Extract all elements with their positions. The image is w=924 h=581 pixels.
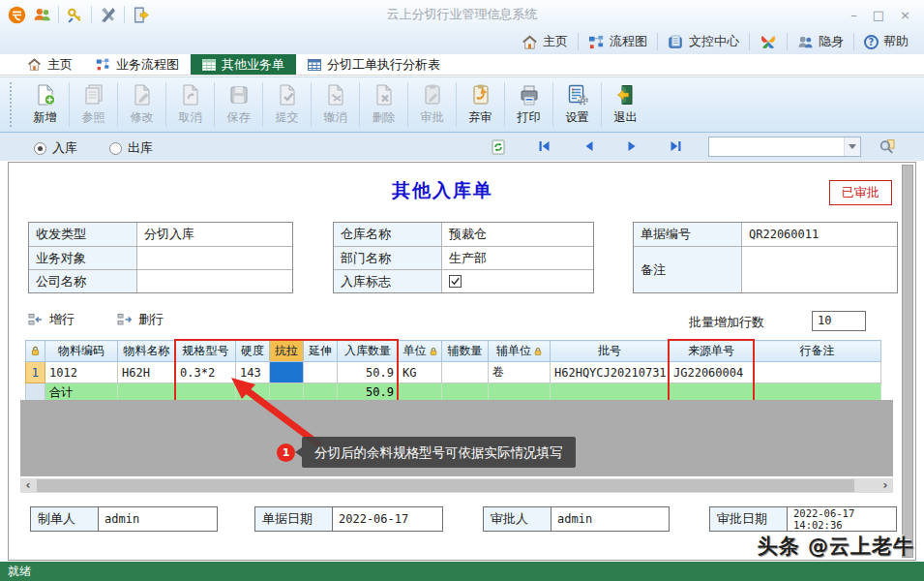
submit-button[interactable]: 提交 [263,79,311,130]
cell-material-name[interactable]: H62H [118,362,176,383]
document-tab-bar: 主页 业务流程图 其他业务单 分切工单执行分析表 [0,54,924,76]
cell-spec-model[interactable]: 0.3*2 [176,362,236,383]
row-number-cell[interactable]: 1 [26,362,45,383]
department-field[interactable]: 生产部 [442,247,593,269]
total-empty-cell [489,383,551,402]
col-unit[interactable]: 单位 [399,341,442,362]
cell-source-doc-no[interactable]: JG22060004 [670,362,754,383]
previous-record-icon[interactable] [581,139,596,153]
revoke-button[interactable]: 辙消 [312,79,359,130]
radio-outbound-control[interactable] [109,142,122,155]
new-button[interactable]: 新增 [21,79,69,130]
reference-button[interactable]: 参照 [70,79,117,130]
menu-doc-center[interactable]: 文控中心 [658,33,749,50]
batch-add-rows-input[interactable]: 10 [812,311,866,331]
cancel-button[interactable]: 取消 [166,79,214,130]
tab-business-flowchart[interactable]: 业务流程图 [84,54,191,75]
refresh-icon[interactable] [491,139,506,155]
toolbar-drag-handle[interactable] [10,82,14,127]
top-menu-bar: 主页 流程图 文控中心 隐身 [0,29,924,54]
col-aux-qty[interactable]: 辅数量 [442,341,489,362]
logout-icon[interactable] [132,6,150,24]
close-button[interactable]: × [900,8,910,22]
radio-inbound-control[interactable] [34,142,46,155]
col-aux-unit[interactable]: 辅单位 [489,341,551,362]
cell-aux-qty[interactable] [442,362,489,383]
exit-button[interactable]: 退出 [602,79,649,130]
tab-home[interactable]: 主页 [15,54,84,75]
col-material-name[interactable]: 物料名称 [118,341,176,362]
cell-tensile-selected[interactable] [270,362,304,383]
col-material-code[interactable]: 物料编码 [45,341,118,362]
search-icon[interactable] [879,138,895,155]
print-button[interactable]: 打印 [505,79,552,130]
combobox-value[interactable] [709,138,844,156]
cell-aux-unit[interactable]: 卷 [489,362,551,383]
approve-button[interactable]: 审批 [408,79,456,130]
approver-field[interactable]: admin [551,507,669,531]
col-elongation[interactable]: 延伸 [304,341,338,362]
save-button[interactable]: 保存 [215,79,262,130]
scroll-left-icon[interactable]: ‹ [20,478,36,493]
settings-button[interactable]: 设置 [553,79,601,130]
grid-total-row: 合计 50.9 [26,383,881,402]
cell-inbound-qty[interactable]: 50.9 [338,362,399,383]
delete-row-button[interactable]: 删行 [117,311,164,328]
vertical-scrollbar[interactable] [902,165,913,558]
users-icon[interactable] [33,6,51,24]
tab-slitting-analysis[interactable]: 分切工单执行分析表 [296,54,452,75]
record-select-combobox[interactable] [708,137,861,157]
cell-elongation[interactable] [304,362,338,383]
row-selector-header[interactable] [26,341,45,362]
menu-home[interactable]: 主页 [512,33,578,50]
doc-date-field[interactable]: 2022-06-17 [333,507,442,531]
company-name-field[interactable] [137,270,292,292]
unapprove-button[interactable]: 弃审 [457,79,504,130]
col-tensile[interactable]: 抗拉 [270,341,304,362]
warehouse-field[interactable]: 预裁仓 [442,223,593,246]
tab-other-business-doc[interactable]: 其他业务单 [191,54,296,75]
cell-batch-no[interactable]: H62HQYCJ20210731-1 [551,362,670,383]
radio-outbound[interactable]: 出库 [109,139,153,157]
key-icon[interactable] [66,6,84,24]
col-row-remark[interactable]: 行备注 [754,341,881,362]
horizontal-scrollbar[interactable]: ‹ › [20,478,893,493]
last-record-icon[interactable] [669,139,683,153]
scrollbar-thumb[interactable] [37,479,854,492]
radio-inbound[interactable]: 入库 [34,139,77,157]
menu-flowchart[interactable]: 流程图 [579,33,657,50]
batch-add-rows-label: 批量增加行数 [689,314,764,331]
inbound-flag-checkbox[interactable] [449,275,462,288]
doc-no-field[interactable]: QR22060011 [742,223,897,246]
creator-field[interactable]: admin [99,507,217,531]
receipt-type-field[interactable]: 分切入库 [137,223,292,246]
first-record-icon[interactable] [537,139,551,153]
menu-butterfly[interactable] [750,33,787,50]
col-batch-no[interactable]: 批号 [551,341,670,362]
approve-date-field[interactable]: 2022-06-17 14:02:36 [788,507,896,531]
cell-row-remark[interactable] [754,362,881,383]
scroll-right-icon[interactable]: › [878,478,893,493]
remark-field[interactable] [742,247,897,292]
col-spec-model[interactable]: 规格型号 [176,341,236,362]
tools-icon[interactable] [99,6,117,24]
col-hardness[interactable]: 硬度 [236,341,270,362]
cell-hardness[interactable]: 143 [236,362,270,383]
app-logo-icon[interactable] [8,6,26,24]
col-source-doc-no[interactable]: 来源单号 [670,341,754,362]
cell-material-code[interactable]: 1012 [45,362,118,383]
next-record-icon[interactable] [625,139,640,153]
title-bar: 云上分切行业管理信息系统 – □ × [0,0,924,29]
add-row-button[interactable]: 增行 [28,311,75,328]
combobox-dropdown-button[interactable] [844,138,860,156]
business-object-field[interactable] [137,247,292,269]
delete-button[interactable]: 删除 [360,79,407,130]
modify-button[interactable]: 修改 [118,79,165,130]
col-inbound-qty[interactable]: 入库数量 [338,341,399,362]
total-empty-cell [304,383,338,402]
cell-unit[interactable]: KG [399,362,442,383]
maximize-button[interactable]: □ [873,8,884,22]
minimize-button[interactable]: – [850,8,857,22]
menu-stealth[interactable]: 隐身 [788,33,853,50]
menu-help[interactable]: ? 帮助 [854,33,918,50]
